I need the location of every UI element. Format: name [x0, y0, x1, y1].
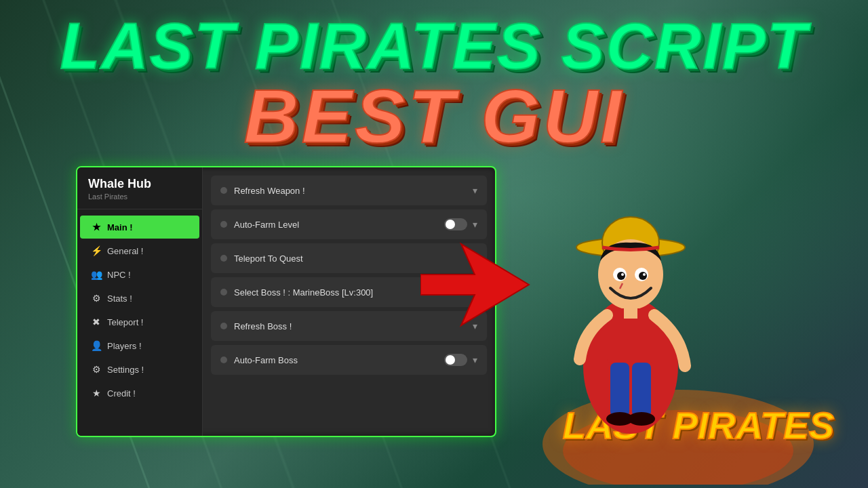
feature-left-refresh-boss: Refresh Boss !	[220, 321, 292, 331]
nav-icon-credit: ★	[91, 388, 102, 399]
svg-point-8	[621, 273, 624, 276]
feature-dot-refresh-boss	[220, 323, 227, 329]
feature-name-teleport-quest: Teleport To Quest	[234, 253, 303, 264]
sidebar-header: Whale Hub Last Pirates	[77, 167, 202, 209]
feature-name-refresh-weapon: Refresh Weapon !	[234, 186, 305, 196]
feature-row-refresh-weapon: Refresh Weapon ! ▾	[211, 176, 487, 205]
sidebar-item-npc[interactable]: 👥 NPC !	[80, 263, 199, 286]
sidebar-item-players[interactable]: 👤 Players !	[80, 334, 199, 357]
feature-dot-teleport-quest	[220, 255, 227, 262]
nav-label-teleport: Teleport !	[107, 317, 143, 327]
feature-dot-refresh-weapon	[220, 187, 227, 194]
chevron-auto-farm-boss[interactable]: ▾	[473, 354, 477, 365]
feature-right-auto-farm-level: ▾	[444, 218, 477, 230]
feature-left-teleport-quest: Teleport To Quest	[220, 253, 303, 264]
sidebar-item-teleport[interactable]: ✖ Teleport !	[80, 310, 199, 333]
sidebar: Whale Hub Last Pirates ★ Main ! ⚡ Genera…	[77, 167, 203, 436]
nav-icon-players: 👤	[91, 340, 102, 351]
nav-icon-main: ★	[91, 222, 102, 232]
nav-label-stats: Stats !	[107, 293, 132, 304]
feature-name-select-boss: Select Boss ! : MarineBoss [Lv:300]	[234, 287, 373, 298]
main-title: LAST PIRATES SCRIPT BEST GUI	[0, 14, 868, 155]
nav-label-players: Players !	[107, 341, 142, 351]
toggle-auto-farm-boss[interactable]	[444, 354, 467, 366]
nav-icon-stats: ⚙	[91, 293, 102, 304]
sidebar-title: Whale Hub	[88, 177, 191, 191]
svg-point-6	[617, 272, 625, 280]
nav-label-settings: Settings !	[107, 365, 144, 375]
red-arrow	[420, 237, 542, 332]
nav-icon-settings: ⚙	[91, 364, 102, 375]
svg-rect-16	[624, 306, 637, 319]
feature-dot-auto-farm-boss	[220, 357, 227, 363]
sidebar-nav: ★ Main ! ⚡ General ! 👥 NPC ! ⚙ Stats ! ✖…	[77, 209, 202, 436]
sidebar-item-general[interactable]: ⚡ General !	[80, 239, 199, 262]
svg-rect-12	[610, 363, 629, 417]
feature-name-auto-farm-level: Auto-Farm Level	[234, 220, 299, 230]
sidebar-item-main[interactable]: ★ Main !	[80, 216, 199, 239]
sidebar-subtitle: Last Pirates	[88, 192, 191, 201]
svg-point-7	[639, 272, 647, 280]
feature-dot-auto-farm-level	[220, 221, 227, 228]
chevron-auto-farm-level[interactable]: ▾	[473, 219, 477, 230]
feature-row-auto-farm-level: Auto-Farm Level ▾	[211, 209, 487, 239]
chevron-refresh-weapon[interactable]: ▾	[473, 185, 477, 196]
red-arrow-container	[420, 237, 542, 335]
toggle-auto-farm-level[interactable]	[444, 218, 467, 230]
feature-left-auto-farm-boss: Auto-Farm Boss	[220, 355, 298, 365]
sidebar-item-stats[interactable]: ⚙ Stats !	[80, 287, 199, 310]
sidebar-item-settings[interactable]: ⚙ Settings !	[80, 358, 199, 381]
feature-dot-select-boss	[220, 289, 227, 296]
nav-label-main: Main !	[107, 222, 133, 232]
nav-icon-npc: 👥	[91, 269, 102, 280]
nav-label-npc: NPC !	[107, 270, 131, 280]
feature-right-refresh-weapon: ▾	[473, 185, 477, 196]
feature-left-refresh-weapon: Refresh Weapon !	[220, 186, 305, 196]
feature-left-auto-farm-level: Auto-Farm Level	[220, 220, 299, 230]
sidebar-item-credit[interactable]: ★ Credit !	[80, 382, 199, 405]
feature-right-auto-farm-boss: ▾	[444, 354, 477, 366]
nav-icon-teleport: ✖	[91, 317, 102, 327]
svg-marker-17	[420, 244, 529, 325]
svg-point-9	[643, 273, 646, 276]
nav-label-credit: Credit !	[107, 388, 136, 399]
svg-rect-13	[632, 363, 651, 417]
nav-icon-general: ⚡	[91, 245, 102, 256]
feature-left-select-boss: Select Boss ! : MarineBoss [Lv:300]	[220, 287, 373, 298]
svg-point-15	[628, 412, 655, 426]
feature-name-auto-farm-boss: Auto-Farm Boss	[234, 355, 298, 365]
feature-name-refresh-boss: Refresh Boss !	[234, 321, 292, 331]
title-line1: LAST PIRATES SCRIPT	[0, 14, 868, 79]
nav-label-general: General !	[107, 246, 143, 256]
feature-row-auto-farm-boss: Auto-Farm Boss ▾	[211, 345, 487, 375]
